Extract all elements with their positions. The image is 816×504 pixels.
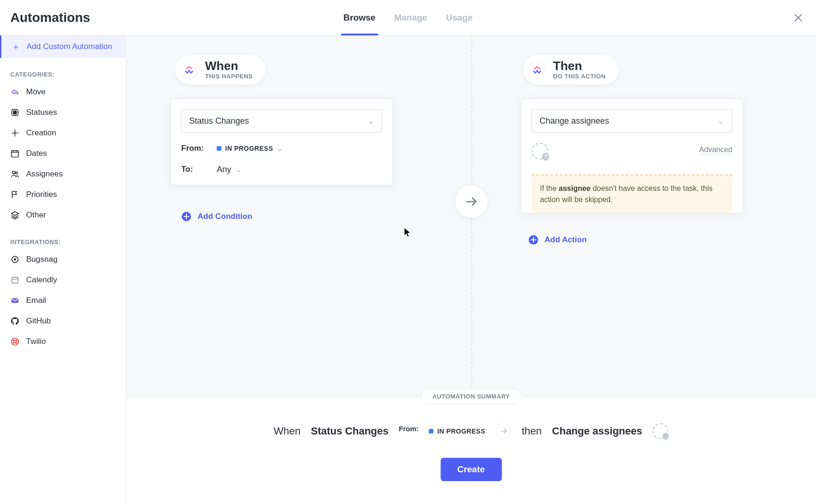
sidebar-item-label: Other <box>26 210 46 220</box>
summary-line: When Status Changes From: In Progress th… <box>126 423 816 439</box>
action-card: Change assignees ⌄ + Advanced If the ass… <box>521 98 743 213</box>
share-icon <box>10 87 20 97</box>
plus-circle-icon <box>182 212 191 221</box>
sidebar-item-twilio[interactable]: Twilio <box>0 331 126 352</box>
sidebar-item-creation[interactable]: Creation <box>0 123 126 143</box>
summary-action: Change assignees <box>552 425 642 437</box>
summary-then: then <box>522 425 542 437</box>
sidebar-item-email[interactable]: Email <box>0 290 126 311</box>
sidebar-item-label: Bugsnag <box>26 255 57 264</box>
close-icon[interactable] <box>791 10 806 25</box>
sidebar-item-github[interactable]: GitHub <box>0 311 126 331</box>
bugsnag-icon <box>10 255 20 264</box>
sidebar-item-other[interactable]: Other <box>0 205 126 225</box>
flag-icon <box>10 190 20 199</box>
svg-point-12 <box>13 342 14 343</box>
svg-point-11 <box>15 340 17 341</box>
calendly-icon <box>10 275 20 285</box>
from-status-picker[interactable]: In Progress ⌄ <box>217 145 283 152</box>
sidebar-item-label: Priorities <box>26 190 57 199</box>
add-condition-label: Add Condition <box>198 212 252 221</box>
trigger-card: Status Changes ⌄ From: In Progress ⌄ To:… <box>170 98 393 185</box>
add-action-label: Add Action <box>545 235 587 245</box>
then-title: Then <box>553 60 606 72</box>
when-title: When <box>205 60 253 72</box>
sidebar-item-label: Assignees <box>26 169 63 179</box>
create-button[interactable]: Create <box>440 458 502 481</box>
svg-point-3 <box>13 171 15 174</box>
add-custom-automation[interactable]: ＋ Add Custom Automation <box>0 35 126 58</box>
sidebar-item-dates[interactable]: Dates <box>0 143 126 164</box>
when-pill: When This happens <box>175 55 266 84</box>
to-status-picker[interactable]: Any ⌄ <box>217 164 242 175</box>
sidebar-item-calendly[interactable]: Calendly <box>0 270 126 290</box>
chevron-down-icon: ⌄ <box>277 145 283 152</box>
summary-trigger: Status Changes <box>311 425 388 437</box>
cursor-icon <box>404 228 411 239</box>
add-custom-label: Add Custom Automation <box>27 42 112 51</box>
add-action-button[interactable]: Add Action <box>529 235 587 245</box>
sidebar-item-label: Creation <box>26 128 56 138</box>
sidebar: ＋ Add Custom Automation Categories: Move… <box>0 35 126 504</box>
automation-canvas: When This happens Then Do this action St… <box>126 35 816 504</box>
plus-circle-icon <box>529 235 538 245</box>
advanced-link[interactable]: Advanced <box>699 146 732 154</box>
github-icon <box>10 316 20 326</box>
then-pill: Then Do this action <box>523 55 619 84</box>
integrations-header: Integrations: <box>0 225 126 249</box>
add-condition-button[interactable]: Add Condition <box>182 212 252 221</box>
status-color-swatch <box>429 429 433 434</box>
plus-circle-icon <box>10 128 20 138</box>
when-subtitle: This happens <box>205 73 253 80</box>
sidebar-item-priorities[interactable]: Priorities <box>0 184 126 205</box>
sidebar-item-label: Dates <box>26 149 47 158</box>
sidebar-item-label: GitHub <box>26 316 51 326</box>
clickup-icon <box>181 62 198 78</box>
sidebar-item-label: Move <box>26 87 46 97</box>
summary-assignee-icon <box>653 423 668 439</box>
summary-label: Automation Summary <box>420 389 521 404</box>
svg-point-10 <box>13 340 14 341</box>
trigger-select[interactable]: Status Changes ⌄ <box>181 109 382 133</box>
svg-rect-1 <box>14 111 17 114</box>
svg-rect-2 <box>12 151 19 157</box>
action-select-value: Change assignees <box>539 116 609 126</box>
sidebar-item-assignees[interactable]: Assignees <box>0 164 126 184</box>
sidebar-item-statuses[interactable]: Statuses <box>0 102 126 123</box>
chevron-down-icon: ⌄ <box>235 164 242 175</box>
summary-when: When <box>274 425 300 437</box>
tab-browse[interactable]: Browse <box>343 0 376 35</box>
tab-manage[interactable]: Manage <box>394 0 427 35</box>
tab-usage[interactable]: Usage <box>446 0 473 35</box>
summary-from-value: In Progress <box>429 427 485 435</box>
action-select[interactable]: Change assignees ⌄ <box>532 109 732 133</box>
layers-icon <box>10 210 20 220</box>
tab-bar: Browse Manage Usage <box>343 0 472 35</box>
calendar-icon <box>10 149 20 158</box>
sidebar-item-label: Statuses <box>26 108 57 117</box>
clickup-icon <box>529 62 546 78</box>
svg-point-6 <box>14 259 15 260</box>
sidebar-item-label: Twilio <box>26 337 46 346</box>
header: Automations Browse Manage Usage <box>0 0 816 35</box>
sidebar-item-move[interactable]: Move <box>0 82 126 102</box>
to-status-value: Any <box>217 165 231 175</box>
svg-point-13 <box>15 342 17 343</box>
summary-from-label: From: <box>399 425 419 433</box>
svg-point-4 <box>15 172 17 174</box>
page-title: Automations <box>10 10 90 25</box>
chevron-down-icon: ⌄ <box>717 116 724 126</box>
status-icon <box>10 108 20 117</box>
sidebar-item-bugsnag[interactable]: Bugsnag <box>0 249 126 270</box>
plus-icon: + <box>545 153 548 159</box>
sidebar-item-label: Email <box>26 296 46 305</box>
twilio-icon <box>10 337 20 346</box>
from-label: From: <box>181 144 206 153</box>
arrow-right-icon <box>454 185 488 218</box>
assignee-picker[interactable]: + <box>532 143 548 160</box>
chevron-down-icon: ⌄ <box>367 116 374 126</box>
svg-point-9 <box>12 338 19 345</box>
svg-rect-7 <box>12 277 18 283</box>
then-subtitle: Do this action <box>553 73 606 80</box>
arrow-right-icon <box>496 423 511 439</box>
